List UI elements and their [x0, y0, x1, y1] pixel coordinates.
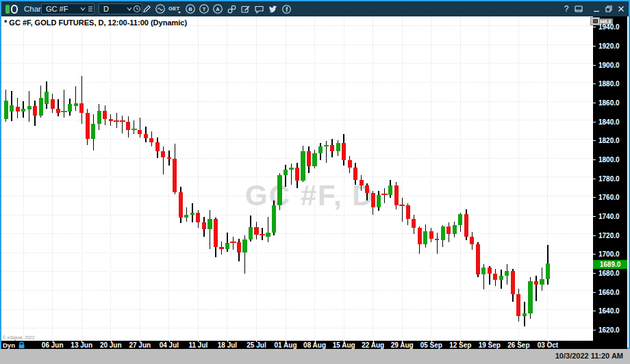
svg-text:GET: GET — [168, 5, 180, 12]
y-axis-tick-mark — [593, 27, 596, 27]
candle-06-Jul — [179, 187, 183, 224]
x-axis-label: 08 Aug — [303, 341, 326, 349]
candle-14-Jul — [214, 218, 218, 257]
chevron-down-icon[interactable] — [79, 4, 94, 14]
candle-05-Aug — [307, 146, 311, 173]
candle-31-May — [27, 91, 32, 122]
y-axis-tick-mark — [593, 179, 596, 179]
y-axis-tick-mark — [593, 159, 596, 160]
candle-30-Aug — [406, 203, 410, 225]
y-axis-tick-label: 1860.0 — [598, 99, 620, 107]
link-symbol-icon[interactable] — [225, 2, 238, 16]
chart-canvas[interactable]: GC #F, D * GC #F, GOLD FUTURES, D, 12:00… — [1, 16, 593, 341]
price-axis[interactable]: 1946.8 1689.0 1940.01920.01900.01880.018… — [593, 16, 627, 349]
status-datetime: 10/3/2022 11:20 AM — [555, 352, 623, 360]
candle-11-Jul — [196, 210, 200, 228]
alerts-icon[interactable]: A — [211, 2, 225, 16]
x-axis-label: 05 Sep — [420, 341, 442, 349]
x-axis-label: 27 Jun — [129, 341, 151, 349]
candle-29-Jul — [277, 173, 281, 210]
candle-26-Sep — [516, 289, 520, 322]
candle-05-Sep — [429, 228, 433, 242]
y-axis-tick-label: 1940.0 — [598, 23, 620, 31]
y-axis-tick-label: 1780.0 — [598, 174, 620, 182]
studies-icon[interactable] — [153, 2, 167, 16]
y-axis-tick-mark — [593, 140, 596, 141]
candle-09-Sep — [453, 222, 457, 238]
candle-10-Jun — [74, 86, 78, 111]
candle-02-Sep — [423, 224, 427, 248]
candle-08-Sep — [446, 222, 451, 242]
bar-type-icon[interactable]: B — [184, 2, 197, 16]
candle-15-Jul — [219, 242, 223, 255]
x-axis-label: 06 Jun — [42, 341, 64, 349]
y-axis-tick-label: 1720.0 — [598, 231, 620, 239]
help-button[interactable]: ? — [560, 2, 572, 16]
candle-15-Aug — [342, 134, 346, 166]
candle-27-Sep — [522, 302, 527, 326]
candle-30-Sep — [540, 268, 544, 290]
y-axis-tick-label: 1680.0 — [598, 269, 620, 276]
compose-note-icon[interactable] — [238, 2, 252, 16]
minimize-button[interactable] — [590, 2, 603, 16]
candle-19-Jul — [230, 237, 236, 250]
dynamic-mode-badge: Dyn — [3, 341, 26, 349]
twitter-share-icon[interactable] — [266, 2, 279, 16]
candle-08-Aug — [312, 150, 316, 169]
candle-08-Jul — [190, 203, 194, 222]
copyright-text: © eSignal, 2022 — [3, 335, 34, 340]
panel-button[interactable] — [572, 2, 585, 16]
interval-value: D — [99, 5, 125, 13]
dyn-label: Dyn — [3, 341, 15, 349]
candle-17-Jun — [103, 105, 107, 125]
candle-26-Jul — [260, 228, 265, 240]
logo-green-candle — [5, 5, 10, 14]
candle-26-Aug — [394, 182, 399, 209]
x-axis-label: 13 Jun — [71, 341, 92, 349]
time-axis[interactable]: Dyn 06 Jun13 Jun20 Jun27 Jun04 Jul11 Jul… — [1, 341, 593, 349]
y-axis-tick-mark — [593, 103, 596, 103]
candle-12-Jul — [202, 217, 206, 237]
candle-21-Jul — [242, 235, 247, 273]
y-axis-tick-label: 1700.0 — [598, 250, 620, 258]
candle-26-May — [10, 91, 14, 121]
time-template-icon[interactable]: T — [197, 2, 211, 16]
pane-restore-button[interactable] — [590, 17, 600, 25]
get-studies-icon[interactable]: GET — [167, 2, 184, 16]
screen: Chart GC #F D — [0, 0, 630, 364]
chat-icon[interactable] — [252, 2, 266, 16]
candle-16-Sep — [481, 264, 486, 289]
candle-08-Jun — [61, 90, 66, 117]
candle-15-Sep — [476, 242, 480, 277]
svg-text:B: B — [188, 6, 192, 12]
candle-27-Jul — [266, 217, 270, 242]
candle-04-Jul — [167, 151, 171, 166]
interval-combo[interactable]: D — [99, 3, 142, 14]
candle-28-Jul — [272, 200, 276, 235]
candle-07-Jul — [184, 207, 188, 222]
candle-29-Jun — [149, 131, 153, 146]
close-button[interactable] — [615, 2, 627, 16]
title-bar: Chart GC #F D — [1, 1, 629, 16]
restore-button[interactable] — [603, 2, 615, 16]
candle-27-May — [16, 98, 20, 118]
candle-18-Jul — [225, 233, 229, 252]
y-axis-tick-mark — [593, 122, 596, 122]
candle-24-Aug — [381, 188, 387, 203]
y-axis-tick-mark — [593, 330, 596, 330]
chart-title: * GC #F, GOLD FUTURES, D, 12:00-11:00 (D… — [4, 18, 187, 27]
candle-29-Sep — [534, 276, 538, 301]
candle-01-Jul — [161, 146, 165, 174]
y-axis-tick-mark — [593, 235, 596, 236]
candle-22-Jul — [249, 216, 253, 241]
y-axis-tick-mark — [593, 65, 596, 66]
draw-tools-icon[interactable] — [140, 2, 153, 16]
facebook-share-icon[interactable]: f — [279, 2, 293, 16]
y-axis-tick-mark — [593, 311, 596, 311]
hamburger-menu-icon — [88, 7, 92, 11]
y-axis-tick-mark — [593, 197, 596, 198]
candle-02-Jun — [39, 86, 43, 118]
last-price-label: 1689.0 — [593, 260, 627, 269]
candle-25-Aug — [388, 180, 392, 198]
symbol-combo[interactable]: GC #F — [41, 3, 94, 14]
